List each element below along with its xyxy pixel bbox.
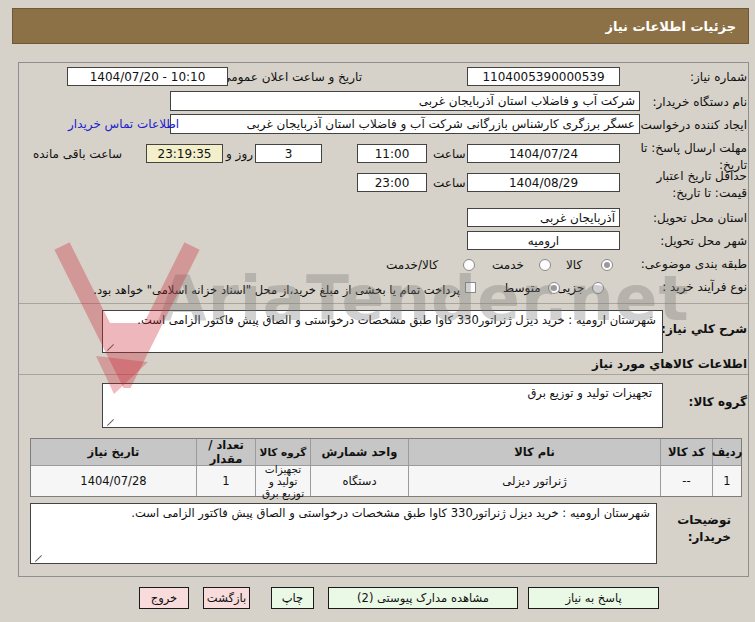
creator-field[interactable]: عسگر برزگری کارشناس بازرگانی شرکت آب و ف… — [170, 114, 640, 134]
resize-grip-icon[interactable] — [107, 419, 114, 426]
exit-button[interactable]: خروج — [139, 587, 189, 609]
col-header-item-code: کد کالا — [660, 439, 712, 466]
cell-item-code: -- — [660, 466, 712, 496]
remaining-hours-label: ساعت باقی مانده — [33, 147, 122, 161]
radio-minor[interactable] — [592, 282, 604, 294]
radio-medium-label: متوسط — [503, 281, 541, 295]
need-number-label: شماره نیاز: — [690, 70, 747, 84]
announce-datetime-field[interactable]: 1404/07/20 - 10:10 — [67, 67, 228, 86]
validity-hour-label: ساعت — [433, 176, 466, 190]
city-label: شهر محل تحویل: — [660, 234, 747, 248]
back-button[interactable]: بازگشت — [203, 587, 250, 609]
radio-minor-label: جزیی — [557, 281, 584, 295]
col-header-unit: واحد شمارش — [310, 439, 408, 466]
section-divider — [19, 303, 748, 304]
province-field[interactable]: آذربایجان غربی — [467, 208, 620, 227]
resize-grip-icon[interactable] — [107, 344, 114, 351]
treasury-checkbox[interactable] — [465, 282, 476, 293]
buyer-notes-textarea[interactable]: شهرستان ارومیه : خرید دیزل ژنراتور330 کا… — [30, 503, 657, 564]
col-header-item-name: نام کالا — [408, 439, 660, 466]
description-textarea[interactable]: شهرستان ارومیه : خرید دیزل ژنراتور330 کا… — [102, 310, 663, 353]
col-header-quantity: تعداد / مقدار — [196, 439, 255, 466]
cell-group: تجهیزات تولید و توزیع برق — [255, 466, 310, 496]
remaining-days-field[interactable]: 3 — [255, 144, 322, 163]
view-attachments-button[interactable]: مشاهده مدارک پیوستی (2) — [328, 587, 518, 609]
radio-goods-label: کالا — [566, 258, 582, 272]
cell-quantity: 1 — [196, 466, 255, 496]
validity-date-field[interactable]: 1404/08/29 — [467, 173, 620, 192]
announce-datetime-label: تاریخ و ساعت اعلان عمومی: — [217, 70, 362, 84]
buyer-notes-label: توضیحات خریدار: — [661, 512, 731, 546]
process-type-label: نوع فرآیند خرید : — [662, 280, 747, 294]
need-number-field[interactable]: 1104005390000539 — [467, 67, 620, 86]
province-label: استان محل تحویل: — [653, 211, 747, 225]
remaining-time-field: 23:19:35 — [146, 144, 223, 163]
goods-table: ردیف کد کالا نام کالا واحد شمارش گروه کا… — [30, 438, 742, 497]
col-header-need-date: تاریخ نیاز — [31, 439, 196, 466]
cell-item-name: ژنراتور دیزلی — [408, 466, 660, 496]
radio-goods-service-label: کالا/خدمت — [386, 258, 438, 272]
col-header-row-number: ردیف — [712, 439, 741, 466]
print-button[interactable]: چاپ — [271, 587, 314, 609]
treasury-note: پرداخت تمام یا بخشی از مبلغ خرید،از محل … — [93, 283, 460, 297]
resize-grip-icon[interactable] — [35, 555, 42, 562]
radio-service-label: خدمت — [492, 258, 524, 272]
validity-time-field[interactable]: 23:00 — [357, 173, 427, 192]
radio-medium[interactable] — [548, 282, 560, 294]
deadline-time-field[interactable]: 11:00 — [357, 144, 427, 163]
radio-service[interactable] — [539, 259, 551, 271]
description-label: شرح کلي نياز: — [661, 322, 747, 336]
validity-label: حداقل تاریخ اعتبار قیمت: تا تاریخ: — [635, 168, 747, 202]
goods-table-row: 1 -- ژنراتور دیزلی دستگاه تجهیزات تولید … — [31, 466, 741, 496]
section-divider — [19, 374, 748, 375]
buyer-contact-link[interactable]: اطلاعات تماس خریدار — [68, 117, 179, 131]
goods-table-header-row: ردیف کد کالا نام کالا واحد شمارش گروه کا… — [31, 439, 741, 466]
description-text: شهرستان ارومیه : خرید دیزل ژنراتور330 کا… — [137, 313, 656, 327]
radio-goods[interactable] — [601, 259, 613, 271]
creator-label: ایجاد کننده درخواست: — [636, 118, 747, 132]
respond-button[interactable]: پاسخ به نیاز — [528, 587, 659, 609]
buyer-notes-text: شهرستان ارومیه : خرید دیزل ژنراتور330 کا… — [131, 506, 650, 520]
title-banner: جزئیات اطلاعات نیاز — [12, 8, 749, 44]
city-field[interactable]: ارومیه — [467, 231, 620, 250]
page-title: جزئیات اطلاعات نیاز — [605, 19, 748, 34]
radio-goods-service[interactable] — [463, 259, 475, 271]
buyer-org-label: نام دستگاه خریدار: — [653, 95, 748, 109]
buyer-org-field[interactable]: شرکت آب و فاضلاب استان آذربایجان غربی — [170, 91, 640, 111]
goods-section-header: اطلاعات کالاهاي مورد نياز — [592, 357, 747, 371]
goods-group-textarea[interactable]: تجهیزات تولید و توزیع برق — [102, 383, 663, 428]
cell-unit: دستگاه — [310, 466, 408, 496]
col-header-group: گروه کالا — [255, 439, 310, 466]
cell-need-date: 1404/07/28 — [31, 466, 196, 496]
days-and-label: روز و — [226, 147, 253, 161]
goods-group-text: تجهیزات تولید و توزیع برق — [527, 386, 652, 400]
classification-label: طبقه بندی موضوعی: — [641, 257, 747, 271]
deadline-hour-label: ساعت — [433, 147, 466, 161]
cell-row-number: 1 — [712, 466, 741, 496]
goods-group-label: گروه کالا: — [689, 395, 747, 409]
deadline-date-field[interactable]: 1404/07/24 — [467, 144, 620, 163]
need-details-window: جزئیات اطلاعات نیاز شماره نیاز: 11040053… — [0, 0, 755, 622]
